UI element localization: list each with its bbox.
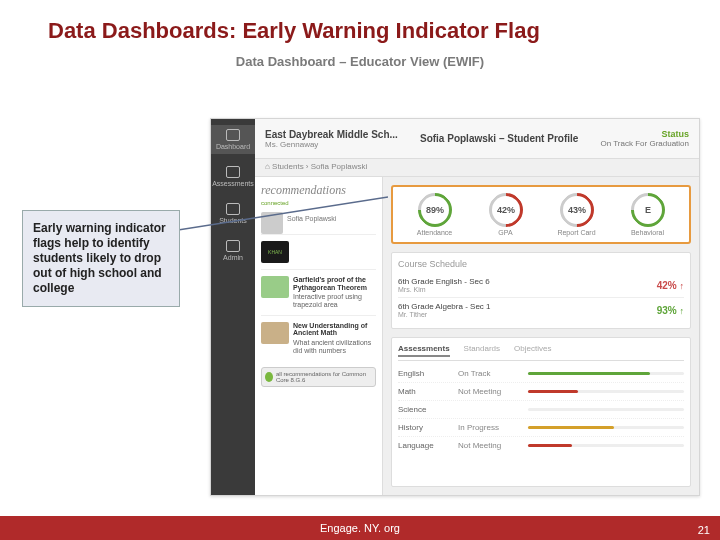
slide-footer: Engage. NY. org 21 xyxy=(0,516,720,540)
assess-tabs: AssessmentsStandardsObjectives xyxy=(398,344,684,361)
gauge-label: Report Card xyxy=(548,229,606,236)
progress-bar xyxy=(528,372,684,375)
assess-row[interactable]: HistoryIn Progress xyxy=(398,418,684,436)
subject: Math xyxy=(398,387,448,396)
breadcrumb[interactable]: ⌂ Students › Sofia Poplawski xyxy=(255,159,699,177)
sidebar-label: Students xyxy=(219,217,247,224)
rec-body: What ancient civilizations did with numb… xyxy=(293,339,371,354)
gauge[interactable]: EBehavioral xyxy=(619,193,677,236)
sidebar-label: Dashboard xyxy=(216,143,250,150)
schedule-row[interactable]: 6th Grade English - Sec 6Mrs. Kim42% ↑ xyxy=(398,273,684,297)
gauge[interactable]: 43%Report Card xyxy=(548,193,606,236)
schedule-heading: Course Schedule xyxy=(398,259,684,269)
people-icon xyxy=(226,203,240,215)
assess-row[interactable]: EnglishOn Track xyxy=(398,365,684,382)
course-name: 6th Grade English - Sec 6Mrs. Kim xyxy=(398,277,490,293)
gauge-label: Behavioral xyxy=(619,229,677,236)
rec-all-button[interactable]: all recommendations for Common Core 8.G.… xyxy=(261,367,376,387)
gauge-label: Attendance xyxy=(406,229,464,236)
rec-title: New Understanding of Ancient Math xyxy=(293,322,373,337)
status: In Progress xyxy=(458,423,518,432)
school-name: East Daybreak Middle Sch...Ms. Gennaway xyxy=(265,129,398,149)
sidebar-item-dashboard[interactable]: Dashboard xyxy=(211,125,255,154)
sidebar-item-admin[interactable]: Admin xyxy=(211,236,255,265)
sidebar-label: Assessments xyxy=(212,180,254,187)
sidebar: Dashboard Assessments Students Admin xyxy=(211,119,255,495)
callout-box: Early warning indicator flags help to id… xyxy=(22,210,180,307)
gauge-label: GPA xyxy=(477,229,535,236)
avatar xyxy=(261,212,283,234)
subject: History xyxy=(398,423,448,432)
rec-body: Interactive proof using trapezoid area xyxy=(293,293,362,308)
rec-heading: recommendations xyxy=(261,183,376,198)
tab[interactable]: Objectives xyxy=(514,344,551,357)
dot-icon xyxy=(265,372,273,382)
gauge-ring: 42% xyxy=(481,186,529,234)
subject: Science xyxy=(398,405,448,414)
gauge-ring: E xyxy=(623,186,671,234)
school-text: East Daybreak Middle Sch... xyxy=(265,129,398,140)
course-name: 6th Grade Algebra - Sec 1Mr. Tither xyxy=(398,302,491,318)
status-value: On Track For Graduation xyxy=(601,139,689,148)
rec-item[interactable]: Garfield's proof of the Pythagorean Theo… xyxy=(261,269,376,315)
rec-item[interactable]: New Understanding of Ancient MathWhat an… xyxy=(261,315,376,361)
tab[interactable]: Standards xyxy=(464,344,500,357)
rec-item[interactable]: KHAN xyxy=(261,234,376,269)
recommendations-column: recommendations connected Sofia Poplawsk… xyxy=(255,177,383,495)
assess-row[interactable]: LanguageNot Meeting xyxy=(398,436,684,454)
assessments-panel: AssessmentsStandardsObjectives EnglishOn… xyxy=(391,337,691,487)
monitor-icon xyxy=(226,129,240,141)
gauge-ring: 89% xyxy=(410,186,458,234)
assess-row[interactable]: Science xyxy=(398,400,684,418)
assess-row[interactable]: MathNot Meeting xyxy=(398,382,684,400)
gauge-ring: 43% xyxy=(552,186,600,234)
rec-student: Sofia Poplawski xyxy=(261,212,376,234)
ewif-gauges: 89%Attendance42%GPA43%Report CardEBehavi… xyxy=(391,185,691,244)
progress-bar xyxy=(528,444,684,447)
khan-icon: KHAN xyxy=(261,241,289,263)
thumb-icon xyxy=(261,322,289,344)
main-area: East Daybreak Middle Sch...Ms. Gennaway … xyxy=(255,119,699,495)
gear-icon xyxy=(226,240,240,252)
schedule-panel: Course Schedule 6th Grade English - Sec … xyxy=(391,252,691,329)
progress-bar xyxy=(528,426,684,429)
student-profile-title: Sofia Poplawski – Student Profile xyxy=(420,133,578,144)
rec-title: Garfield's proof of the Pythagorean Theo… xyxy=(293,276,373,291)
teacher-text: Ms. Gennaway xyxy=(265,140,398,149)
footer-text: Engage. NY. org xyxy=(320,522,400,534)
dashboard-screenshot: Dashboard Assessments Students Admin Eas… xyxy=(210,118,700,496)
gauge[interactable]: 42%GPA xyxy=(477,193,535,236)
progress-bar xyxy=(528,408,684,411)
slide-title: Data Dashboards: Early Warning Indicator… xyxy=(0,0,720,44)
thumb-icon xyxy=(261,276,289,298)
gauge[interactable]: 89%Attendance xyxy=(406,193,464,236)
course-pct: 42% ↑ xyxy=(657,280,684,291)
rec-student-name: Sofia Poplawski xyxy=(287,215,336,222)
sidebar-item-assessments[interactable]: Assessments xyxy=(211,162,255,191)
status: On Track xyxy=(458,369,518,378)
page-number: 21 xyxy=(698,524,710,536)
status-label: Status xyxy=(661,129,689,139)
course-pct: 93% ↑ xyxy=(657,305,684,316)
schedule-row[interactable]: 6th Grade Algebra - Sec 1Mr. Tither93% ↑ xyxy=(398,297,684,322)
status: Not Meeting xyxy=(458,441,518,450)
slide-subtitle: Data Dashboard – Educator View (EWIF) xyxy=(0,54,720,69)
progress-bar xyxy=(528,390,684,393)
content: recommendations connected Sofia Poplawsk… xyxy=(255,177,699,495)
subject: Language xyxy=(398,441,448,450)
rec-subheading: connected xyxy=(261,200,376,206)
sidebar-label: Admin xyxy=(223,254,243,261)
sidebar-item-students[interactable]: Students xyxy=(211,199,255,228)
right-column: 89%Attendance42%GPA43%Report CardEBehavi… xyxy=(383,177,699,495)
tab[interactable]: Assessments xyxy=(398,344,450,357)
topbar: East Daybreak Middle Sch...Ms. Gennaway … xyxy=(255,119,699,159)
clipboard-icon xyxy=(226,166,240,178)
subject: English xyxy=(398,369,448,378)
status: Not Meeting xyxy=(458,387,518,396)
status-block: StatusOn Track For Graduation xyxy=(601,129,689,148)
rec-btn-label: all recommendations for Common Core 8.G.… xyxy=(276,371,372,383)
